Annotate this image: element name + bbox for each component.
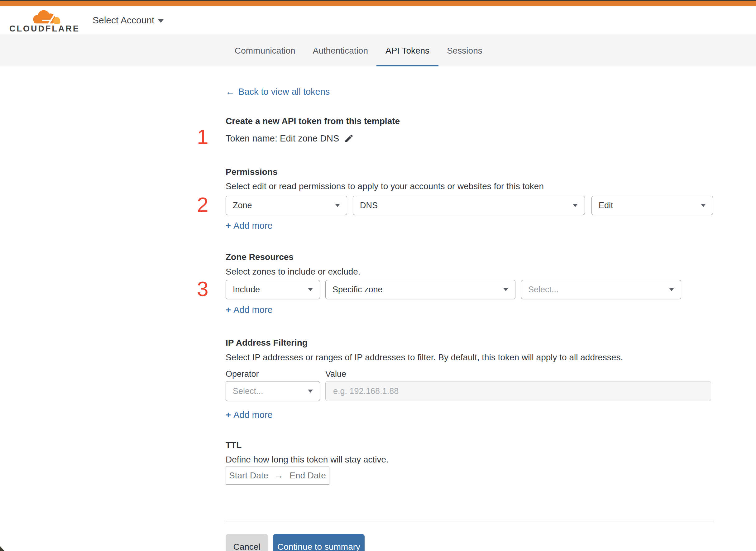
back-arrow-icon: ← xyxy=(226,87,235,97)
value-label: Value xyxy=(325,369,346,380)
main-content: ← Back to view all tokens Create a new A… xyxy=(226,66,714,551)
permissions-description: Select edit or read permissions to apply… xyxy=(226,181,714,192)
ip-filtering-row: Select... xyxy=(226,381,714,401)
ip-filtering-heading: IP Address Filtering xyxy=(226,337,714,349)
dropdown-caret-icon xyxy=(503,288,508,291)
token-name-row: 1 Token name: Edit zone DNS xyxy=(226,132,714,145)
tab-authentication[interactable]: Authentication xyxy=(313,35,368,66)
dropdown-caret-icon xyxy=(335,204,340,207)
dropdown-caret-icon xyxy=(669,288,674,291)
permission-scope-select[interactable]: Zone xyxy=(226,196,347,215)
tab-bar: Communication Authentication API Tokens … xyxy=(0,35,756,66)
cloudflare-logo: CLOUDFLARE xyxy=(9,7,73,34)
cutoff-widget-fragment xyxy=(0,546,4,551)
dropdown-caret-icon xyxy=(308,390,313,393)
footer-actions: Cancel Continue to summary xyxy=(226,534,714,551)
zone-picker-select[interactable]: Select... xyxy=(521,280,681,299)
tab-communication[interactable]: Communication xyxy=(235,35,295,66)
permission-resource-select[interactable]: DNS xyxy=(353,196,585,215)
ip-filtering-add-more-link[interactable]: + Add more xyxy=(226,409,273,420)
permission-access-select[interactable]: Edit xyxy=(592,196,713,215)
app-header: CLOUDFLARE Select Account xyxy=(0,6,756,35)
token-name-text: Token name: Edit zone DNS xyxy=(226,133,339,144)
account-selector[interactable]: Select Account xyxy=(93,15,164,26)
cloudflare-cloud-icon xyxy=(28,7,65,25)
zone-resources-add-more-link[interactable]: + Add more xyxy=(226,304,273,316)
back-link-label: Back to view all tokens xyxy=(238,87,330,97)
dropdown-caret-icon xyxy=(308,288,313,291)
footer-divider xyxy=(226,521,714,521)
back-to-tokens-link[interactable]: ← Back to view all tokens xyxy=(226,87,330,97)
zone-include-select[interactable]: Include xyxy=(226,280,320,299)
end-date-label: End Date xyxy=(289,471,326,481)
ip-filtering-description: Select IP addresses or ranges of IP addr… xyxy=(226,352,714,363)
ip-value-input[interactable] xyxy=(325,381,711,401)
zone-resources-row: 3 Include Specific zone Select... xyxy=(226,280,714,299)
zone-resources-description: Select zones to include or exclude. xyxy=(226,266,714,278)
start-date-label: Start Date xyxy=(229,471,268,481)
ip-operator-select[interactable]: Select... xyxy=(226,381,320,401)
account-selector-label: Select Account xyxy=(93,15,154,26)
right-arrow-icon: → xyxy=(274,471,283,481)
tab-sessions[interactable]: Sessions xyxy=(447,35,483,66)
operator-label: Operator xyxy=(226,369,325,380)
step-1-marker: 1 xyxy=(197,127,208,146)
cloudflare-wordmark: CLOUDFLARE xyxy=(9,24,80,34)
ttl-heading: TTL xyxy=(226,440,714,451)
permissions-add-more-link[interactable]: + Add more xyxy=(226,220,273,231)
ip-filtering-labels: Operator Value xyxy=(226,369,714,380)
dropdown-caret-icon xyxy=(573,204,578,207)
plus-icon: + xyxy=(226,221,231,231)
dropdown-caret-icon xyxy=(701,204,706,207)
zone-type-select[interactable]: Specific zone xyxy=(325,280,516,299)
zone-resources-heading: Zone Resources xyxy=(226,251,714,263)
plus-icon: + xyxy=(226,410,231,420)
page-title: Create a new API token from this templat… xyxy=(226,116,714,127)
step-3-marker: 3 xyxy=(197,279,208,299)
chevron-down-icon xyxy=(158,19,164,23)
plus-icon: + xyxy=(226,305,231,315)
ttl-description: Define how long this token will stay act… xyxy=(226,454,714,465)
permissions-row: 2 Zone DNS Edit xyxy=(226,196,714,215)
continue-to-summary-button[interactable]: Continue to summary xyxy=(273,534,364,551)
step-2-marker: 2 xyxy=(197,195,208,214)
permissions-heading: Permissions xyxy=(226,166,714,178)
cancel-button[interactable]: Cancel xyxy=(226,534,268,551)
edit-pencil-icon[interactable] xyxy=(344,133,354,143)
tab-api-tokens[interactable]: API Tokens xyxy=(386,35,430,66)
top-orange-strip xyxy=(0,1,756,6)
ttl-date-range-picker[interactable]: Start Date → End Date xyxy=(226,467,329,485)
